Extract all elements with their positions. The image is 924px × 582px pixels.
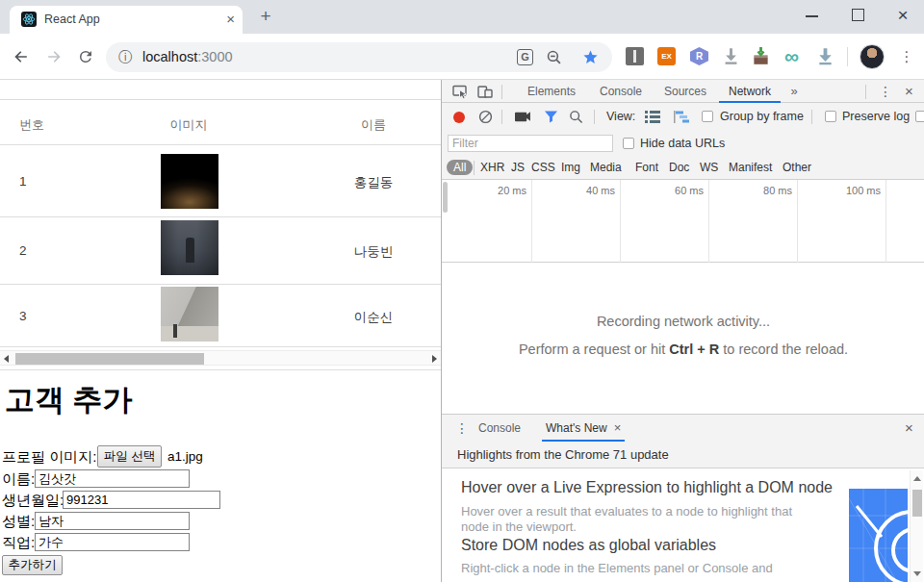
- scroll-down-icon[interactable]: [913, 571, 921, 576]
- timeline-scrollbar-thumb[interactable]: [443, 182, 448, 213]
- browser-tab[interactable]: React App ×: [10, 6, 243, 34]
- filter-pill-xhr[interactable]: XHR: [480, 156, 504, 180]
- tab-sources[interactable]: Sources: [655, 80, 715, 103]
- reload-icon[interactable]: [77, 48, 94, 65]
- window-minimize-button[interactable]: [806, 15, 818, 17]
- filter-pill-img[interactable]: Img: [561, 156, 580, 180]
- scroll-right-icon[interactable]: [432, 355, 437, 363]
- gridline: [797, 180, 798, 263]
- tab-elements[interactable]: Elements: [517, 80, 586, 103]
- group-by-frame-checkbox[interactable]: [702, 111, 713, 122]
- whats-new-illustration: [849, 489, 908, 582]
- url-text: localhost:3000: [142, 42, 233, 72]
- filter-pill-media[interactable]: Media: [590, 156, 622, 180]
- window-close-button[interactable]: ×: [894, 2, 911, 29]
- filter-pill-font[interactable]: Font: [635, 156, 658, 180]
- hide-data-urls-label: Hide data URLs: [640, 131, 725, 156]
- whats-new-panel: Hover over a Live Expression to highligh…: [442, 468, 924, 582]
- name-field[interactable]: [35, 469, 190, 488]
- whats-new-close-icon[interactable]: ×: [614, 420, 622, 435]
- vertical-scrollbar[interactable]: [910, 470, 923, 582]
- gender-field[interactable]: [35, 512, 190, 530]
- filter-pill-manifest[interactable]: Manifest: [729, 156, 772, 180]
- add-customer-title: 고객 추가: [5, 380, 133, 420]
- package-download-icon[interactable]: [752, 47, 770, 65]
- scroll-left-icon[interactable]: [4, 355, 9, 363]
- devtools-tabbar: Elements Console Sources Network » ⋮ ×: [442, 80, 924, 103]
- table-border: [0, 144, 441, 145]
- timeline-tick: 60 ms: [627, 185, 704, 196]
- clipped-checkbox[interactable]: [915, 111, 924, 122]
- tab-console[interactable]: Console: [590, 80, 652, 103]
- window-maximize-button[interactable]: [852, 9, 864, 21]
- file-select-button[interactable]: 파일 선택: [97, 445, 162, 468]
- job-field[interactable]: [35, 533, 190, 551]
- scroll-up-icon[interactable]: [913, 476, 921, 481]
- filter-pill-css[interactable]: CSS: [531, 156, 555, 180]
- scrollbar-thumb[interactable]: [912, 490, 922, 517]
- browser-toolbar: ⓘ localhost:3000 G EX R ∞ ⋮: [0, 34, 924, 80]
- drawer-menu-icon[interactable]: ⋮: [455, 420, 469, 436]
- drawer-tab-console[interactable]: Console: [478, 415, 521, 442]
- filter-input[interactable]: [448, 135, 613, 152]
- gender-label: 성별:: [2, 512, 35, 531]
- infinity-extension-icon[interactable]: ∞: [783, 47, 801, 65]
- record-button[interactable]: [453, 112, 465, 123]
- request-rows-icon[interactable]: [645, 111, 660, 123]
- filter-pill-doc[interactable]: Doc: [669, 156, 689, 180]
- preserve-log-checkbox[interactable]: [825, 111, 836, 122]
- browser-window: React App × + × ⓘ localhost:3000 G EX R …: [0, 0, 924, 582]
- whats-new-item-title: Hover over a Live Expression to highligh…: [461, 479, 833, 496]
- bookmark-star-icon[interactable]: [582, 49, 599, 65]
- more-tabs-icon[interactable]: »: [784, 80, 804, 103]
- new-tab-button[interactable]: +: [254, 5, 277, 28]
- scrollbar-thumb[interactable]: [15, 353, 204, 365]
- devtools-close-icon[interactable]: ×: [905, 83, 913, 99]
- clear-icon[interactable]: [478, 110, 493, 124]
- hide-data-urls-checkbox[interactable]: [623, 138, 634, 149]
- device-toolbar-icon[interactable]: [477, 84, 493, 99]
- drawer-close-icon[interactable]: ×: [905, 419, 913, 436]
- url-host: localhost: [142, 49, 197, 64]
- download-arrow-icon[interactable]: [722, 47, 740, 65]
- filter-pill-all[interactable]: All: [447, 160, 473, 175]
- highlights-header: Highlights from the Chrome 71 update: [442, 442, 924, 468]
- filter-funnel-icon[interactable]: [544, 110, 558, 124]
- submit-button[interactable]: 추가하기: [2, 555, 63, 575]
- inspect-element-icon[interactable]: [452, 84, 468, 99]
- download-arrow-blue-icon[interactable]: [816, 47, 834, 65]
- extension-bar-icon[interactable]: [626, 47, 644, 65]
- browser-menu-icon[interactable]: ⋮: [897, 45, 916, 68]
- customer-name: 이순신: [343, 309, 404, 326]
- horizontal-scrollbar[interactable]: [0, 350, 441, 366]
- translate-icon[interactable]: G: [517, 49, 533, 65]
- screenshot-camera-icon[interactable]: [513, 110, 531, 124]
- customer-name: 나둥빈: [343, 243, 404, 261]
- recording-message-area: Recording network activity... Perform a …: [442, 263, 924, 414]
- birthdate-field[interactable]: [63, 491, 220, 509]
- timeline-tick: 40 ms: [538, 185, 615, 196]
- page-info-icon[interactable]: ⓘ: [118, 42, 132, 72]
- profile-avatar[interactable]: [860, 44, 885, 69]
- filter-pill-other[interactable]: Other: [783, 156, 811, 180]
- filter-pill-ws[interactable]: WS: [700, 156, 718, 180]
- search-icon[interactable]: [569, 110, 583, 124]
- tab-network[interactable]: Network: [719, 80, 781, 103]
- divider: [501, 85, 502, 99]
- extension-ex-icon[interactable]: EX: [657, 47, 676, 65]
- zoom-icon[interactable]: [546, 49, 562, 65]
- address-bar[interactable]: ⓘ localhost:3000 G: [106, 42, 612, 72]
- tab-title: React App: [44, 6, 100, 34]
- table-border: [0, 346, 441, 347]
- forward-icon[interactable]: [44, 47, 64, 66]
- tab-close-icon[interactable]: ×: [226, 6, 235, 33]
- extension-r-icon[interactable]: R: [690, 47, 708, 65]
- drawer-tab-whats-new[interactable]: What's New×: [542, 415, 625, 442]
- network-filter-row: Hide data URLs: [442, 131, 924, 156]
- back-icon[interactable]: [12, 47, 31, 66]
- waterfall-icon[interactable]: [674, 111, 690, 123]
- devtools-menu-icon[interactable]: ⋮: [879, 84, 892, 99]
- filter-pill-js[interactable]: JS: [511, 156, 525, 180]
- table-border: [0, 99, 441, 100]
- customer-photo: [161, 287, 218, 342]
